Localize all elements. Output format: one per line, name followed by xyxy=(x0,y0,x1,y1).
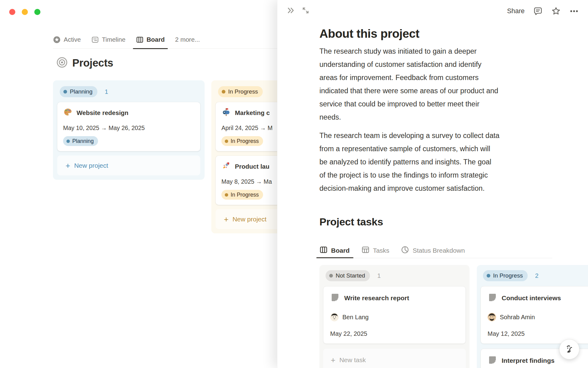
status-dot xyxy=(487,274,490,278)
target-icon xyxy=(56,57,68,69)
card-date-range: May 10, 2025 → May 26, 2025 xyxy=(63,125,194,132)
status-badge-not-started[interactable]: Not Started xyxy=(326,270,370,281)
status-dot xyxy=(66,140,70,143)
tab-tasks-table-view[interactable]: Tasks xyxy=(361,243,390,258)
board-column-planning: Planning 1 Website redesign May 10, 2025… xyxy=(53,80,205,180)
tab-label: 2 more... xyxy=(175,36,200,43)
side-peek-panel: Share About this project The research st… xyxy=(277,0,588,368)
notion-ai-button[interactable] xyxy=(559,339,579,359)
status-dot xyxy=(225,140,228,143)
card-date: May 22, 2025 xyxy=(330,330,459,337)
task-card-conduct-interviews[interactable]: Conduct interviews Sohrab Amin May 12, 2… xyxy=(481,286,588,344)
tab-board-view[interactable]: Board xyxy=(136,31,165,48)
assignee-row: Sohrab Amin xyxy=(488,313,588,321)
task-card-write-research-report[interactable]: Write research report Ben Lang May 22, 2… xyxy=(323,286,466,344)
ai-face-icon xyxy=(564,343,575,356)
more-options-icon[interactable] xyxy=(569,6,579,16)
rocket-icon xyxy=(221,161,231,172)
sticky-note-icon xyxy=(488,355,497,366)
status-badge-in-progress[interactable]: In Progress xyxy=(218,86,263,97)
timeline-icon xyxy=(91,36,99,44)
card-title: Marketing c xyxy=(235,109,270,117)
plus-icon: + xyxy=(66,162,70,170)
assignee-name: Sohrab Amin xyxy=(500,314,535,321)
card-date: May 12, 2025 xyxy=(488,330,588,337)
table-icon xyxy=(361,246,370,255)
project-card-website-redesign[interactable]: Website redesign May 10, 2025 → May 26, … xyxy=(57,102,200,151)
tab-timeline-view[interactable]: Timeline xyxy=(91,31,126,48)
card-title: Website redesign xyxy=(77,109,128,117)
section-heading-project-tasks: Project tasks xyxy=(319,216,383,228)
minimize-window-button[interactable] xyxy=(22,9,28,15)
expand-page-button[interactable] xyxy=(301,6,310,15)
section-heading-about: About this project xyxy=(319,27,419,40)
tab-label: Board xyxy=(147,36,165,43)
status-dot xyxy=(329,274,333,278)
board-icon xyxy=(319,246,328,255)
tab-label: Board xyxy=(331,247,350,254)
projects-view-tabs: Active Timeline Board 2 more... xyxy=(53,31,278,49)
tab-status-breakdown-view[interactable]: Status Breakdown xyxy=(401,243,465,258)
tab-label: Timeline xyxy=(102,36,126,43)
tasks-column-not-started: Not Started 1 Write research report xyxy=(319,265,469,368)
status-dot xyxy=(63,90,67,94)
window-controls xyxy=(9,9,40,15)
status-dot xyxy=(222,90,225,94)
close-side-peek-button[interactable] xyxy=(287,6,295,15)
close-window-button[interactable] xyxy=(9,9,15,15)
share-button[interactable]: Share xyxy=(507,7,525,15)
card-title: Interpret findings xyxy=(502,357,555,364)
status-dot xyxy=(225,193,228,197)
sticky-note-icon xyxy=(488,293,497,304)
card-status-tag: In Progress xyxy=(221,190,263,200)
column-count: 1 xyxy=(377,272,381,279)
tab-label: Active xyxy=(64,36,81,43)
column-count: 2 xyxy=(535,272,538,279)
panel-nav-left xyxy=(287,6,310,15)
new-task-button[interactable]: + New task xyxy=(323,349,466,368)
palette-icon xyxy=(63,107,73,118)
column-header: In Progress 2 xyxy=(481,269,588,283)
tab-label: Status Breakdown xyxy=(413,247,465,254)
board-icon xyxy=(136,36,144,44)
avatar xyxy=(330,313,339,321)
page-title-text: Projects xyxy=(72,57,113,69)
mailbox-icon xyxy=(221,107,231,118)
card-status-tag: Planning xyxy=(63,136,98,146)
assignee-name: Ben Lang xyxy=(342,314,369,321)
pie-chart-icon xyxy=(401,246,409,255)
card-title: Conduct interviews xyxy=(502,294,561,302)
panel-nav-right: Share xyxy=(507,5,579,17)
favorite-star-icon[interactable] xyxy=(551,6,561,16)
plus-icon: + xyxy=(331,356,335,364)
column-header: Not Started 1 xyxy=(323,269,466,283)
tab-more-views[interactable]: 2 more... xyxy=(175,31,200,48)
plus-icon: + xyxy=(224,215,228,223)
tasks-board: Not Started 1 Write research report xyxy=(319,265,588,368)
column-header: Planning 1 xyxy=(57,85,200,99)
tab-active-view[interactable]: Active xyxy=(53,31,81,48)
new-project-button[interactable]: + New project xyxy=(57,155,200,175)
card-title: Product lau xyxy=(235,163,270,170)
comments-icon[interactable] xyxy=(533,6,543,16)
tasks-view-tabs: Board Tasks Status Breakdown xyxy=(319,243,552,258)
sticky-note-icon xyxy=(330,293,340,304)
status-badge-in-progress[interactable]: In Progress xyxy=(483,270,528,281)
zoom-window-button[interactable] xyxy=(34,9,40,15)
tab-label: Tasks xyxy=(373,247,390,254)
card-title: Write research report xyxy=(344,294,409,302)
column-count: 1 xyxy=(105,88,108,95)
status-badge-planning[interactable]: Planning xyxy=(60,86,97,97)
assignee-row: Ben Lang xyxy=(330,313,459,321)
page-title: Projects xyxy=(56,57,113,69)
star-circle-icon xyxy=(53,36,61,44)
tab-tasks-board-view[interactable]: Board xyxy=(319,243,350,258)
about-paragraph-1: The research study was initiated to gain… xyxy=(319,45,561,124)
card-status-tag: In Progress xyxy=(221,136,263,146)
about-paragraph-2: The research team is developing a survey… xyxy=(319,129,561,195)
avatar xyxy=(488,313,496,321)
